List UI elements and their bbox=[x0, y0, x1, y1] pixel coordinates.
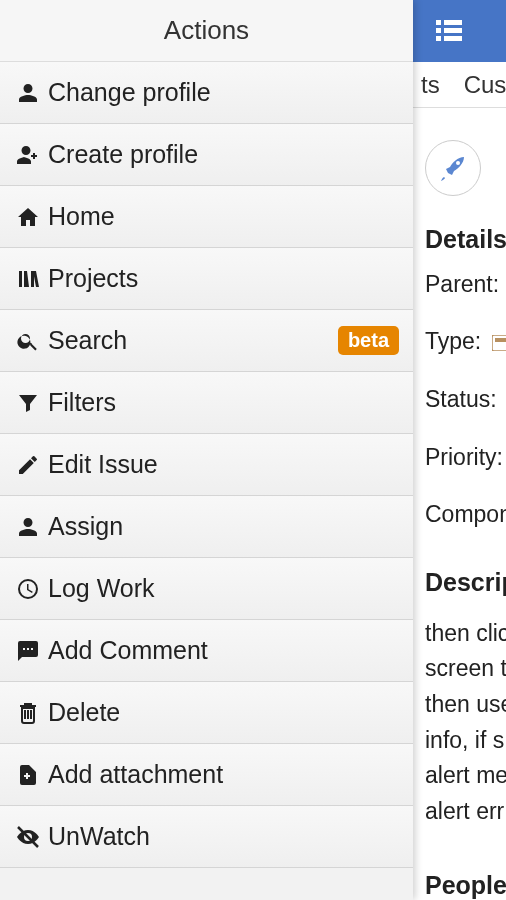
menu-item-edit-issue[interactable]: Edit Issue bbox=[0, 434, 413, 496]
list-button[interactable] bbox=[429, 11, 469, 51]
details-heading: Details bbox=[425, 220, 506, 259]
tab-item[interactable]: ts bbox=[421, 71, 440, 99]
people-heading: People bbox=[425, 866, 506, 900]
menu-item-unwatch[interactable]: UnWatch bbox=[0, 806, 413, 868]
edit-icon bbox=[14, 453, 42, 477]
menu-item-assign[interactable]: Assign bbox=[0, 496, 413, 558]
tab-row: ts Cus bbox=[413, 62, 506, 108]
menu-item-label: Search bbox=[48, 326, 338, 355]
clock-icon bbox=[14, 577, 42, 601]
actions-drawer: Actions Change profileCreate profileHome… bbox=[0, 0, 413, 900]
eye-slash-icon bbox=[14, 825, 42, 849]
menu-item-projects[interactable]: Projects bbox=[0, 248, 413, 310]
menu-item-label: Log Work bbox=[48, 574, 399, 603]
comment-icon bbox=[14, 639, 42, 663]
menu-item-change-profile[interactable]: Change profile bbox=[0, 62, 413, 124]
tab-item[interactable]: Cus bbox=[464, 71, 506, 99]
menu-item-label: Assign bbox=[48, 512, 399, 541]
beta-badge: beta bbox=[338, 326, 399, 355]
svg-rect-7 bbox=[492, 335, 506, 351]
trash-icon bbox=[14, 701, 42, 725]
menu-item-create-profile[interactable]: Create profile bbox=[0, 124, 413, 186]
svg-rect-1 bbox=[444, 20, 462, 25]
drawer-menu: Change profileCreate profileHomeProjects… bbox=[0, 62, 413, 868]
type-field-label: Type: bbox=[425, 324, 506, 360]
menu-item-label: Change profile bbox=[48, 78, 399, 107]
person-plus-icon bbox=[14, 143, 42, 167]
description-text: then clic screen t then use info, if s a… bbox=[425, 616, 506, 830]
svg-rect-2 bbox=[436, 28, 441, 33]
project-avatar bbox=[425, 140, 481, 196]
svg-rect-5 bbox=[444, 36, 462, 41]
components-field-label: Compon bbox=[425, 497, 506, 533]
menu-item-log-work[interactable]: Log Work bbox=[0, 558, 413, 620]
rocket-icon bbox=[434, 149, 472, 187]
priority-field-label: Priority: bbox=[425, 440, 506, 476]
menu-item-label: Home bbox=[48, 202, 399, 231]
person-icon bbox=[14, 515, 42, 539]
search-icon bbox=[14, 329, 42, 353]
menu-item-label: Projects bbox=[48, 264, 399, 293]
svg-rect-8 bbox=[495, 338, 506, 342]
menu-item-label: Delete bbox=[48, 698, 399, 727]
menu-item-add-comment[interactable]: Add Comment bbox=[0, 620, 413, 682]
issue-detail-body: Details Parent: Type: Status: Priority: … bbox=[413, 108, 506, 900]
menu-item-search[interactable]: Searchbeta bbox=[0, 310, 413, 372]
description-heading: Descript bbox=[425, 563, 506, 602]
issue-detail-panel: ts Cus Details Parent: Type: Status: Pri… bbox=[413, 0, 506, 900]
menu-item-filters[interactable]: Filters bbox=[0, 372, 413, 434]
menu-item-home[interactable]: Home bbox=[0, 186, 413, 248]
projects-icon bbox=[14, 267, 42, 291]
filter-icon bbox=[14, 391, 42, 415]
menu-item-label: Create profile bbox=[48, 140, 399, 169]
type-badge-icon bbox=[492, 335, 506, 351]
menu-item-label: UnWatch bbox=[48, 822, 399, 851]
parent-field-label: Parent: bbox=[425, 267, 506, 303]
menu-item-label: Filters bbox=[48, 388, 399, 417]
svg-rect-4 bbox=[436, 36, 441, 41]
status-field-label: Status: bbox=[425, 382, 506, 418]
home-icon bbox=[14, 205, 42, 229]
menu-item-add-attachment[interactable]: Add attachment bbox=[0, 744, 413, 806]
menu-item-label: Add attachment bbox=[48, 760, 399, 789]
person-icon bbox=[14, 81, 42, 105]
file-plus-icon bbox=[14, 763, 42, 787]
list-icon bbox=[436, 20, 462, 42]
svg-rect-0 bbox=[436, 20, 441, 25]
menu-item-label: Edit Issue bbox=[48, 450, 399, 479]
toolbar bbox=[413, 0, 506, 62]
svg-point-6 bbox=[456, 161, 460, 165]
svg-rect-3 bbox=[444, 28, 462, 33]
menu-item-label: Add Comment bbox=[48, 636, 399, 665]
menu-item-delete[interactable]: Delete bbox=[0, 682, 413, 744]
drawer-title: Actions bbox=[0, 0, 413, 62]
